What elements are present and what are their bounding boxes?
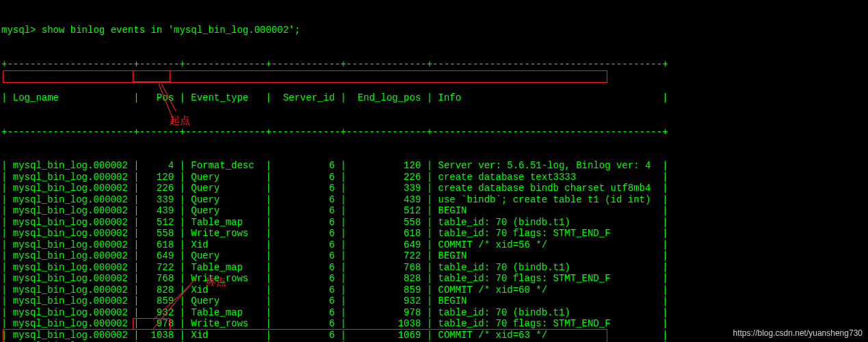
table-row: | mysql_bin_log.000002 | 512 | Table_map… [1, 217, 867, 228]
table-row: | mysql_bin_log.000002 | 339 | Query | 6… [1, 194, 867, 206]
table-row: | mysql_bin_log.000002 | 722 | Table_map… [1, 262, 867, 274]
table-row: | mysql_bin_log.000002 | 226 | Query | 6… [1, 183, 867, 194]
table-row: | mysql_bin_log.000002 | 932 | Table_map… [1, 307, 867, 319]
table-border-top: +----------------------+-------+--------… [1, 59, 867, 70]
table-row: | mysql_bin_log.000002 | 828 | Xid | 6 |… [1, 285, 867, 296]
table-row: | mysql_bin_log.000002 | 859 | Query | 6… [1, 295, 867, 307]
table-row: | mysql_bin_log.000002 | 4 | Format_desc… [1, 160, 867, 172]
table-row: | mysql_bin_log.000002 | 120 | Query | 6… [1, 172, 867, 183]
table-row: | mysql_bin_log.000002 | 649 | Query | 6… [1, 250, 867, 262]
table-row: | mysql_bin_log.000002 | 558 | Write_row… [1, 228, 867, 239]
terminal-output: mysql> show binlog events in 'mysql_bin_… [0, 0, 868, 342]
watermark-text: https://blog.csdn.net/yuansheng730 [733, 328, 863, 339]
table-border-mid: +----------------------+-------+--------… [1, 127, 867, 138]
table-row: | mysql_bin_log.000002 | 618 | Xid | 6 |… [1, 239, 867, 251]
prompt-line[interactable]: mysql> show binlog events in 'mysql_bin_… [1, 25, 867, 36]
table-body: | mysql_bin_log.000002 | 4 | Format_desc… [1, 160, 867, 342]
table-row: | mysql_bin_log.000002 | 439 | Query | 6… [1, 205, 867, 217]
table-row: | mysql_bin_log.000002 | 768 | Write_row… [1, 273, 867, 285]
table-header-row: | Log_name | Pos | Event_type | Server_i… [1, 92, 867, 104]
